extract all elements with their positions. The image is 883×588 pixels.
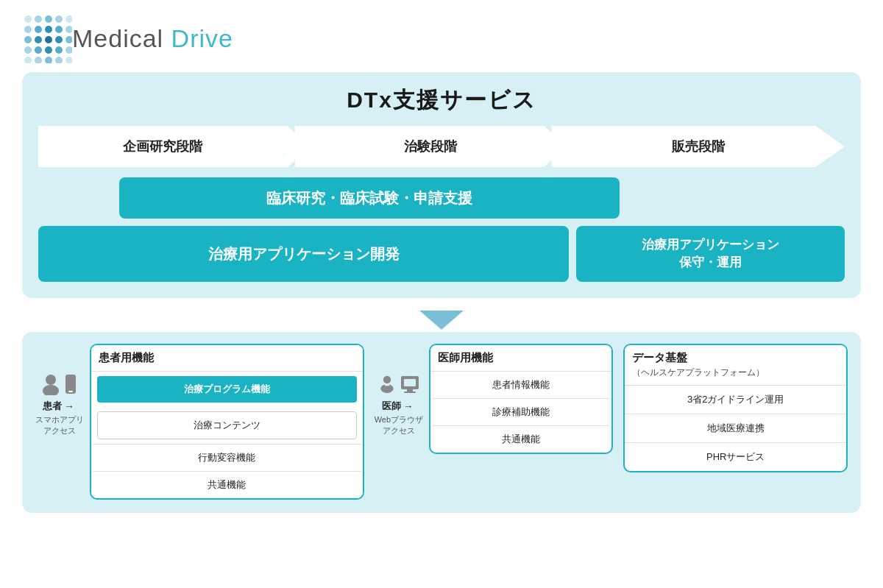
doctor-access: 医師 → Webブラウザ アクセス <box>375 373 423 437</box>
down-arrow <box>416 311 467 331</box>
doctor-access-sub: Webブラウザ アクセス <box>375 414 423 437</box>
data-box: データ基盤 （ヘルスケアプラットフォーム） 3省2ガイドライン運用 地域医療連携… <box>623 344 848 472</box>
svg-rect-40 <box>404 379 416 386</box>
svg-point-17 <box>45 46 52 54</box>
doctor-items: 患者情報機能 診療補助機能 共通機能 <box>430 372 611 453</box>
patient-item-2: 行動変容機能 <box>91 444 363 471</box>
svg-point-1 <box>35 15 42 23</box>
patient-section-title: 患者用機能 <box>91 345 363 372</box>
patient-col: 患者 → スマホアプリ アクセス 患者用機能 治療プログラム機能 治療コンテンツ… <box>35 344 364 500</box>
doctor-arrow: → <box>403 400 414 412</box>
svg-point-2 <box>45 15 52 23</box>
doctor-icons <box>377 373 420 395</box>
monitor-icon <box>400 373 420 395</box>
patient-access: 患者 → スマホアプリ アクセス <box>35 373 84 437</box>
svg-point-14 <box>65 36 72 43</box>
svg-point-15 <box>24 46 32 54</box>
svg-point-5 <box>24 26 32 33</box>
doctor-function-box: 医師用機能 患者情報機能 診療補助機能 共通機能 <box>429 344 613 454</box>
svg-rect-35 <box>68 391 73 392</box>
svg-point-32 <box>46 375 56 385</box>
patient-item-3: 共通機能 <box>91 471 363 498</box>
svg-point-6 <box>35 26 42 33</box>
svg-point-23 <box>55 57 63 63</box>
logo-drive: Drive <box>163 24 233 52</box>
svg-rect-41 <box>407 389 413 392</box>
clinical-box: 臨床研究・臨床試験・申請支援 <box>119 177 620 219</box>
page-wrapper: Medical Drive DTx支援サービス 企画研究段階 治験段階 販売段階 <box>0 0 883 588</box>
svg-point-8 <box>55 26 63 33</box>
phone-icon <box>63 373 78 395</box>
svg-point-9 <box>65 26 72 33</box>
doctor-col: 医師 → Webブラウザ アクセス 医師用機能 患者情報機能 診療補助機能 共通… <box>375 344 614 454</box>
person-icon <box>41 373 60 395</box>
data-items: 3省2ガイドライン運用 地域医療連携 PHRサービス <box>625 385 846 471</box>
svg-point-10 <box>24 36 32 43</box>
logo-icon <box>22 13 72 63</box>
svg-text:販売段階: 販売段階 <box>671 139 726 154</box>
data-item-1: 地域医療連携 <box>625 414 846 442</box>
header: Medical Drive <box>22 7 861 72</box>
svg-point-13 <box>55 36 63 43</box>
patient-items: 治療プログラム機能 治療コンテンツ 行動変容機能 共通機能 <box>91 372 363 498</box>
svg-point-24 <box>65 57 72 63</box>
svg-point-33 <box>43 385 59 395</box>
svg-point-11 <box>35 36 42 43</box>
svg-point-12 <box>45 36 52 43</box>
arrows-row: 企画研究段階 治験段階 販売段階 <box>38 126 845 167</box>
patient-arrow: → <box>64 400 74 412</box>
doctor-item-0: 患者情報機能 <box>430 372 611 398</box>
dev-box: 治療用アプリケーション開発 <box>38 226 569 282</box>
svg-point-19 <box>65 46 72 54</box>
doctor-item-2: 共通機能 <box>430 425 611 453</box>
patient-label: 患者 <box>43 400 62 413</box>
dtx-section: DTx支援サービス 企画研究段階 治験段階 販売段階 臨床研究・臨床試験・申請支… <box>22 72 861 298</box>
bottom-section: 患者 → スマホアプリ アクセス 患者用機能 治療プログラム機能 治療コンテンツ… <box>22 332 861 513</box>
svg-text:治験段階: 治験段階 <box>404 139 458 154</box>
doctor-icon <box>377 373 397 395</box>
data-item-2: PHRサービス <box>625 442 846 471</box>
data-item-0: 3省2ガイドライン運用 <box>625 385 846 414</box>
stage-arrows: 企画研究段階 治験段階 販売段階 <box>38 126 845 167</box>
logo-medical: Medical <box>72 24 163 52</box>
svg-point-21 <box>35 57 42 63</box>
svg-point-22 <box>45 57 52 63</box>
data-section-title: データ基盤 （ヘルスケアプラットフォーム） <box>625 345 846 385</box>
svg-point-20 <box>24 57 32 63</box>
maintenance-box: 治療用アプリケーション保守・運用 <box>576 226 845 282</box>
svg-point-4 <box>65 15 72 23</box>
down-arrow-container <box>22 310 861 332</box>
svg-rect-38 <box>384 383 389 386</box>
teal-boxes: 臨床研究・臨床試験・申請支援 治療用アプリケーション開発 治療用アプリケーション… <box>38 177 845 282</box>
doctor-section-title: 医師用機能 <box>430 345 611 372</box>
doctor-label: 医師 <box>382 400 401 413</box>
patient-item-0: 治療プログラム機能 <box>97 376 357 403</box>
svg-rect-42 <box>404 392 416 393</box>
dtx-title: DTx支援サービス <box>38 85 845 116</box>
svg-point-7 <box>45 26 52 33</box>
svg-text:企画研究段階: 企画研究段階 <box>122 138 203 154</box>
patient-function-box: 患者用機能 治療プログラム機能 治療コンテンツ 行動変容機能 共通機能 <box>90 344 364 500</box>
data-col: データ基盤 （ヘルスケアプラットフォーム） 3省2ガイドライン運用 地域医療連携… <box>623 344 848 472</box>
svg-marker-31 <box>419 311 464 330</box>
svg-point-18 <box>55 46 63 54</box>
svg-point-3 <box>55 15 63 23</box>
patient-item-1: 治療コンテンツ <box>97 411 357 439</box>
patient-access-sub: スマホアプリ アクセス <box>35 414 84 437</box>
svg-point-36 <box>383 375 391 383</box>
svg-point-0 <box>24 15 32 23</box>
svg-point-16 <box>35 46 42 54</box>
doctor-item-1: 診療補助機能 <box>430 398 611 425</box>
patient-icons <box>41 373 78 395</box>
logo-text: Medical Drive <box>72 24 233 53</box>
